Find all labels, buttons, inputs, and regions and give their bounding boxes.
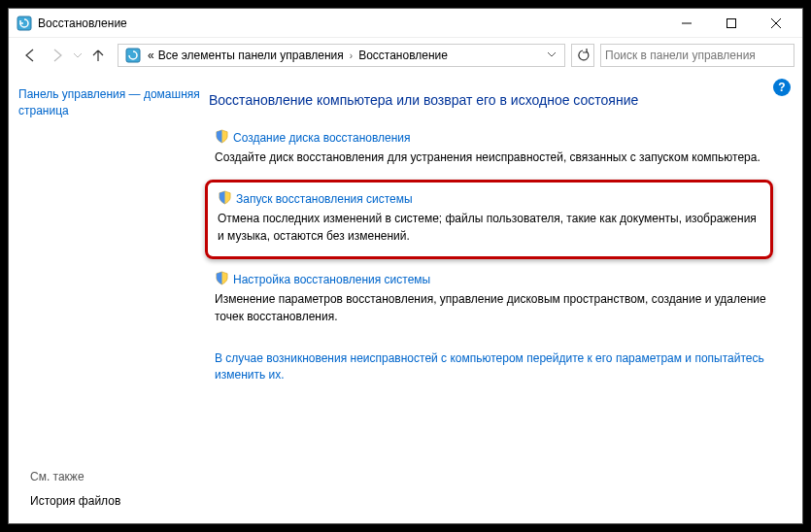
close-button[interactable] <box>754 9 798 38</box>
chevron-right-icon[interactable]: › <box>346 50 356 61</box>
system-restore-desc: Отмена последних изменений в системе; фа… <box>218 211 760 245</box>
address-icon <box>122 45 144 66</box>
create-recovery-drive-desc: Создайте диск восстановления для устране… <box>215 150 767 166</box>
address-dropdown[interactable] <box>543 50 560 61</box>
troubleshoot-item: В случае возникновения неисправностей с … <box>209 350 773 384</box>
forward-button[interactable] <box>44 42 71 69</box>
create-recovery-drive-item: Создание диска восстановления Создайте д… <box>209 125 773 176</box>
shield-icon <box>215 271 229 288</box>
configure-restore-item: Настройка восстановления системы Изменен… <box>209 267 773 335</box>
recovery-icon <box>17 16 32 31</box>
system-restore-item: Запуск восстановления системы Отмена пос… <box>205 180 773 259</box>
window-title: Восстановление <box>38 17 127 30</box>
window-controls <box>664 9 798 38</box>
breadcrumb-current[interactable]: Восстановление <box>356 49 450 62</box>
search-placeholder: Поиск в панели управления <box>605 49 756 62</box>
breadcrumb-overflow[interactable]: « <box>146 49 156 62</box>
breadcrumb-parent[interactable]: Все элементы панели управления <box>156 49 346 62</box>
sidebar-bottom: См. также История файлов <box>30 470 120 510</box>
sidebar: Панель управления — домашняя страница См… <box>18 79 203 517</box>
navbar: « Все элементы панели управления › Восст… <box>9 38 802 73</box>
shield-icon <box>218 190 232 208</box>
maximize-button[interactable] <box>709 9 754 38</box>
recent-dropdown[interactable] <box>71 42 84 69</box>
troubleshoot-link[interactable]: В случае возникновения неисправностей с … <box>215 351 764 382</box>
create-recovery-drive-link[interactable]: Создание диска восстановления <box>233 131 411 145</box>
configure-restore-desc: Изменение параметров восстановления, упр… <box>215 291 767 325</box>
svg-rect-2 <box>727 18 736 27</box>
page-title: Восстановление компьютера или возврат ег… <box>209 92 773 108</box>
file-history-link[interactable]: История файлов <box>30 493 120 510</box>
refresh-button[interactable] <box>571 44 594 67</box>
control-panel-home-link[interactable]: Панель управления — домашняя страница <box>18 86 203 119</box>
configure-restore-link[interactable]: Настройка восстановления системы <box>233 273 430 286</box>
back-button[interactable] <box>17 42 44 69</box>
body: ? Панель управления — домашняя страница … <box>9 73 802 523</box>
system-restore-link[interactable]: Запуск восстановления системы <box>236 192 413 206</box>
up-button[interactable] <box>84 42 112 69</box>
titlebar: Восстановление <box>9 9 802 38</box>
help-icon[interactable]: ? <box>773 79 791 96</box>
minimize-button[interactable] <box>664 9 709 38</box>
see-also-label: См. также <box>30 470 120 483</box>
shield-icon <box>215 129 229 147</box>
window: Восстановление <box>8 8 803 524</box>
svg-rect-5 <box>126 49 140 62</box>
svg-rect-0 <box>17 17 31 30</box>
main-content: Восстановление компьютера или возврат ег… <box>203 79 793 517</box>
address-bar[interactable]: « Все элементы панели управления › Восст… <box>118 44 565 67</box>
search-input[interactable]: Поиск в панели управления <box>600 44 794 67</box>
